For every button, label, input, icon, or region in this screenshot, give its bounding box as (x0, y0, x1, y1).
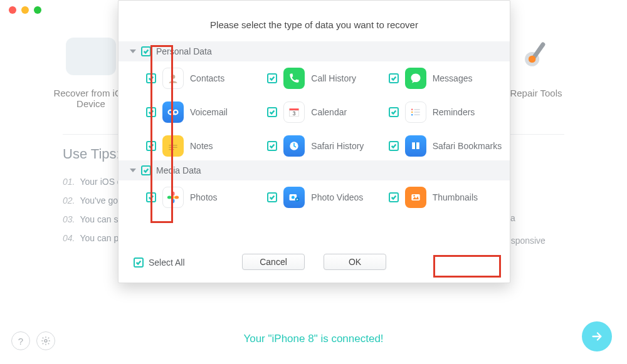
checkbox-icon[interactable] (146, 192, 156, 202)
checkbox-icon[interactable] (146, 141, 156, 151)
thumb-icon (405, 187, 426, 208)
photovideo-icon (283, 187, 305, 208)
bubble-icon (405, 68, 426, 89)
wrench-icon (511, 38, 561, 75)
settings-icon[interactable] (36, 331, 55, 350)
item-label: Photos (190, 192, 218, 202)
section-header[interactable]: Personal Data (119, 41, 510, 61)
svg-rect-17 (169, 145, 177, 145)
phone-icon (283, 68, 305, 89)
data-type-item[interactable]: Call History (267, 68, 388, 89)
data-type-item[interactable]: Reminders (389, 101, 510, 123)
section-header[interactable]: Media Data (119, 160, 510, 180)
svg-rect-18 (169, 147, 177, 148)
svg-point-33 (413, 195, 415, 197)
data-type-item[interactable]: Notes (146, 135, 267, 157)
section-title: Personal Data (156, 46, 212, 56)
data-type-item[interactable]: Photos (146, 187, 267, 208)
svg-point-12 (411, 112, 413, 113)
voicemail-icon (162, 101, 184, 123)
svg-rect-19 (169, 149, 174, 150)
item-label: Contacts (190, 73, 224, 83)
calendar-icon: 3 (283, 101, 305, 123)
svg-point-4 (171, 75, 176, 79)
cancel-button[interactable]: Cancel (242, 254, 305, 270)
checkbox-icon[interactable] (141, 46, 151, 56)
connection-status: Your "iPhone 8" is connected! (0, 333, 627, 345)
select-all[interactable]: Select All (134, 257, 185, 268)
clock-icon (283, 135, 305, 157)
ok-button[interactable]: OK (324, 254, 386, 270)
notes-icon (162, 135, 184, 157)
help-icon[interactable]: ? (11, 331, 30, 350)
item-label: Safari History (311, 141, 364, 151)
item-label: Reminders (433, 107, 475, 117)
svg-rect-15 (414, 112, 419, 113)
item-label: Photo Videos (311, 192, 363, 202)
svg-rect-16 (414, 114, 419, 115)
svg-point-26 (175, 196, 179, 199)
item-label: Calendar (311, 107, 347, 117)
checkbox-icon[interactable] (134, 257, 144, 268)
chevron-down-icon (130, 49, 136, 53)
item-label: Call History (311, 73, 356, 83)
checkbox-icon[interactable] (267, 192, 277, 202)
lines-icon (405, 101, 426, 123)
checkbox-icon[interactable] (267, 107, 277, 117)
data-type-item[interactable]: Safari Bookmarks (389, 135, 510, 157)
section-title: Media Data (156, 165, 201, 175)
item-label: Voicemail (190, 107, 228, 117)
data-type-item[interactable]: Messages (389, 68, 510, 89)
data-type-item[interactable]: Contacts (146, 68, 267, 89)
svg-point-23 (172, 192, 175, 196)
checkbox-icon[interactable] (267, 141, 277, 151)
next-button[interactable] (582, 321, 612, 351)
data-type-modal: Please select the type of data you want … (118, 0, 510, 283)
device-icon (66, 38, 116, 75)
svg-point-11 (411, 109, 413, 111)
data-type-item[interactable]: Thumbnails (389, 187, 510, 208)
contacts-icon (162, 68, 184, 89)
svg-point-24 (172, 199, 175, 204)
svg-text:3: 3 (293, 110, 296, 117)
data-type-item[interactable]: Safari History (267, 135, 388, 157)
svg-rect-31 (411, 194, 419, 200)
item-label: Thumbnails (433, 192, 478, 202)
checkbox-icon[interactable] (389, 107, 399, 117)
svg-point-28 (292, 196, 295, 199)
svg-point-3 (45, 340, 47, 342)
svg-point-22 (172, 196, 175, 199)
svg-point-25 (167, 196, 172, 199)
checkbox-icon[interactable] (141, 165, 151, 175)
checkbox-icon[interactable] (389, 192, 399, 202)
chevron-down-icon (130, 169, 136, 172)
svg-point-2 (528, 56, 535, 63)
checkbox-icon[interactable] (267, 73, 277, 83)
book-icon (405, 135, 426, 157)
item-label: Safari Bookmarks (433, 141, 502, 151)
checkbox-icon[interactable] (146, 73, 156, 83)
data-type-item[interactable]: Voicemail (146, 101, 267, 123)
modal-title: Please select the type of data you want … (119, 1, 510, 41)
svg-rect-21 (415, 142, 416, 149)
svg-point-13 (411, 114, 413, 116)
item-label: Notes (190, 141, 213, 151)
item-label: Messages (433, 73, 473, 83)
svg-rect-14 (414, 109, 419, 110)
data-type-item[interactable]: 3Calendar (267, 101, 388, 123)
flower-icon (162, 187, 184, 208)
data-type-item[interactable]: Photo Videos (267, 187, 388, 208)
checkbox-icon[interactable] (146, 107, 156, 117)
checkbox-icon[interactable] (389, 73, 399, 83)
checkbox-icon[interactable] (389, 141, 399, 151)
select-all-label: Select All (149, 257, 185, 268)
